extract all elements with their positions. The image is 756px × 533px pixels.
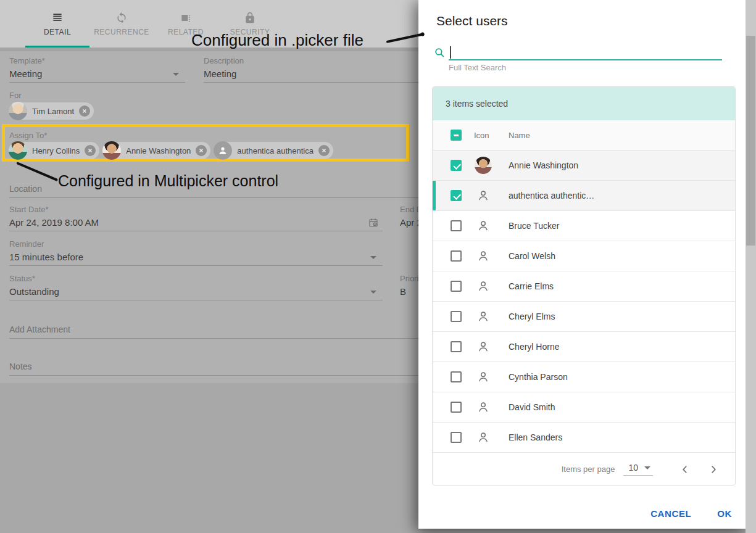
status-value: Outstanding: [9, 286, 59, 297]
remove-chip-icon[interactable]: [318, 145, 330, 156]
start-date-label: Start Date*: [9, 205, 49, 214]
remove-chip-icon[interactable]: [85, 145, 96, 156]
chip-name: Henry Collins: [32, 146, 80, 155]
column-name: Name: [509, 131, 530, 140]
person-icon: [476, 400, 490, 414]
chip-name: authentica authentica: [237, 146, 314, 155]
template-select[interactable]: Template* Meeting: [9, 56, 185, 83]
start-date-value: Apr 24, 2019 8:00 AM: [9, 217, 99, 228]
priority-label: Priori: [400, 274, 418, 283]
assign-to-label: Assign To*: [9, 131, 47, 140]
cancel-button[interactable]: CANCEL: [648, 505, 694, 523]
chevron-down-icon: [173, 73, 179, 76]
reminder-value: 15 minutes before: [9, 252, 83, 262]
row-checkbox[interactable]: [451, 311, 462, 322]
row-checkbox[interactable]: [451, 220, 462, 231]
table-row[interactable]: Carrie Elms: [433, 271, 735, 302]
search-hint-label: Full Text Search: [449, 63, 506, 72]
row-checkbox[interactable]: [451, 160, 462, 171]
row-checkbox[interactable]: [451, 281, 462, 292]
user-chip[interactable]: authentica authentica: [214, 142, 333, 159]
table-row[interactable]: Annie Washington: [433, 151, 735, 181]
notes-field[interactable]: Notes: [9, 362, 418, 376]
person-icon: [476, 219, 490, 233]
page-size-value: 10: [628, 463, 638, 473]
dialog-title: Select users: [436, 14, 508, 28]
table-row[interactable]: Bruce Tucker: [433, 211, 735, 241]
related-icon: [180, 12, 192, 24]
table-row[interactable]: Cheryl Elms: [433, 302, 735, 332]
status-select[interactable]: Status* Outstanding: [9, 274, 383, 300]
table-row[interactable]: David Smith: [433, 392, 735, 423]
ok-button[interactable]: OK: [715, 505, 734, 523]
description-input[interactable]: Description Meeting: [204, 56, 418, 83]
page-size-select[interactable]: 10: [623, 463, 653, 476]
person-icon: [476, 431, 490, 444]
row-checkbox[interactable]: [451, 371, 462, 382]
for-label: For: [9, 91, 22, 100]
person-icon: [476, 189, 490, 202]
remove-chip-icon[interactable]: [196, 145, 207, 156]
status-label: Status*: [9, 274, 35, 283]
items-per-page-label: Items per page: [562, 465, 615, 474]
user-name: Carol Welsh: [509, 251, 555, 261]
person-icon: [476, 370, 490, 384]
table-row[interactable]: Cheryl Horne: [433, 332, 735, 362]
tab-recurrence[interactable]: RECURRENCE: [89, 0, 154, 48]
tab-detail[interactable]: DETAIL: [25, 0, 89, 48]
user-name: Ellen Sanders: [509, 432, 562, 442]
remove-chip-icon[interactable]: [79, 105, 90, 117]
reminder-label: Reminder: [9, 239, 44, 249]
person-icon: [476, 279, 490, 293]
add-attachment-field[interactable]: Add Attachment: [9, 324, 418, 339]
screen: DETAIL RECURRENCE RELATED SECURITY Templ…: [0, 0, 756, 533]
user-chip[interactable]: Tim Lamont: [9, 102, 94, 120]
chevron-down-icon: [370, 291, 376, 294]
user-chip[interactable]: Henry Collins: [9, 142, 99, 159]
user-name: David Smith: [509, 402, 555, 412]
annotation-picker-file: Configured in .picker file: [191, 31, 363, 50]
scrollbar-thumb[interactable]: [746, 36, 755, 246]
row-checkbox[interactable]: [451, 250, 462, 262]
assign-to-chips: Henry Collins Annie Washington authentic…: [9, 142, 333, 159]
next-page-button[interactable]: [706, 462, 721, 477]
location-label: Location: [9, 184, 42, 194]
add-attachment-label: Add Attachment: [9, 324, 70, 334]
user-name: Carrie Elms: [509, 281, 554, 291]
annotation-multipicker: Configured in Multipicker control: [58, 172, 278, 190]
select-all-checkbox[interactable]: [451, 130, 462, 141]
chevron-down-icon: [644, 466, 650, 469]
row-checkbox[interactable]: [451, 341, 462, 352]
user-chip[interactable]: Annie Washington: [103, 142, 210, 159]
previous-page-button[interactable]: [678, 462, 692, 477]
chip-name: Annie Washington: [126, 146, 191, 155]
chevron-down-icon: [370, 256, 376, 259]
table-row[interactable]: authentica authentic…: [433, 181, 735, 211]
person-icon: [476, 310, 490, 323]
user-name: Bruce Tucker: [509, 221, 559, 231]
table-header: Icon Name: [433, 120, 735, 151]
table-row[interactable]: Ellen Sanders: [433, 423, 735, 453]
list-icon: [51, 12, 64, 24]
sync-icon: [115, 12, 128, 24]
description-value: Meeting: [204, 68, 236, 79]
row-checkbox[interactable]: [451, 432, 462, 443]
notes-label: Notes: [9, 362, 32, 371]
table-body: Annie Washington authentica authentic… B…: [433, 151, 735, 453]
avatar: [9, 141, 27, 160]
search-input[interactable]: [449, 44, 722, 60]
calendar-icon[interactable]: [368, 217, 379, 231]
row-checkbox[interactable]: [451, 190, 462, 201]
user-name: Cynthia Parson: [509, 372, 568, 382]
template-value: Meeting: [9, 68, 42, 79]
dialog-actions: CANCEL OK: [648, 505, 734, 523]
users-table-card: 3 items selected Icon Name Annie Washing…: [432, 86, 736, 485]
reminder-select[interactable]: Reminder 15 minutes before: [9, 239, 383, 266]
table-row[interactable]: Carol Welsh: [433, 241, 735, 271]
table-row[interactable]: Cynthia Parson: [433, 362, 735, 392]
select-users-dialog: Select users Full Text Search 3 items se…: [418, 0, 746, 529]
row-checkbox[interactable]: [451, 402, 462, 413]
scrollbar-track[interactable]: [746, 0, 756, 533]
start-date-input[interactable]: Start Date* Apr 24, 2019 8:00 AM: [9, 205, 383, 231]
person-icon: [476, 249, 490, 263]
